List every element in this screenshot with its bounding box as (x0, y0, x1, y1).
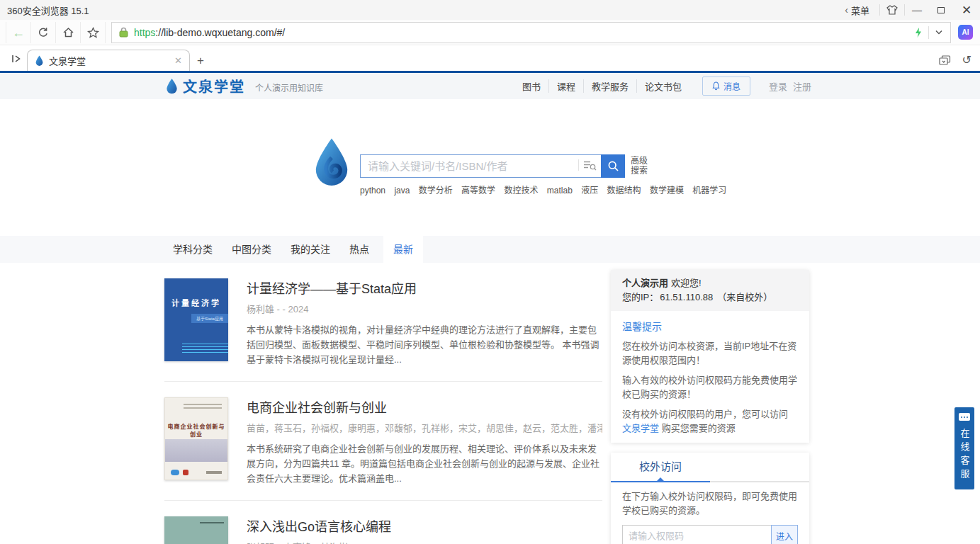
lock-icon (119, 27, 128, 38)
minimize-button[interactable]: — (905, 0, 929, 20)
book-description: 本书从蒙特卡洛模拟的视角，对计量经济学中经典的理论方法进行了直观解释，主要包括回… (247, 322, 602, 367)
home-button[interactable] (56, 22, 81, 43)
home-icon (62, 27, 74, 38)
keyword-link[interactable]: 数控技术 (504, 186, 538, 196)
keyword-link[interactable]: 高等数学 (461, 186, 495, 196)
star-icon (87, 27, 99, 38)
book-authors: 张朝明、李奕锋、甘海彬 - - 2024 (247, 540, 602, 544)
keyword-link[interactable]: 机器学习 (692, 186, 726, 196)
site-tagline: 个人演示用知识库 (255, 81, 323, 94)
browser-tab[interactable]: 文泉学堂 ✕ (27, 50, 190, 71)
theme-skin-button[interactable] (880, 0, 904, 20)
site-header: 文泉学堂 个人演示用知识库 图书 课程 教学服务 论文书包 消息 登录注册 (0, 73, 980, 99)
main-logo-icon (310, 137, 354, 189)
tab-subject-category[interactable]: 学科分类 (168, 236, 218, 263)
browser-toolbar: ← https://lib-demo.wqxuetang.com/#/ AI (0, 20, 980, 45)
tab-title: 文泉学堂 (49, 54, 169, 67)
nav-teaching-services[interactable]: 教学服务 (583, 79, 636, 93)
wqxuetang-link[interactable]: 文泉学堂 (622, 423, 659, 434)
off-campus-access-card: 校外访问 在下方输入校外访问权限码，即可免费使用学校已购买的资源。 进入 (611, 453, 809, 544)
main-content: 计量经济学 基于Stata应用 计量经济学——基于Stata应用 杨利雄 - -… (0, 263, 980, 544)
messages-button[interactable]: 消息 (702, 76, 750, 96)
maximize-icon (937, 7, 945, 13)
window-controls: ‹菜单 — ✕ (835, 0, 980, 20)
site-logo[interactable]: 文泉学堂 个人演示用知识库 (165, 76, 323, 96)
book-cover[interactable]: 电商企业社会创新与创业 (164, 397, 228, 480)
bookmark-button[interactable] (81, 22, 106, 43)
close-window-button[interactable]: ✕ (953, 0, 980, 20)
back-button[interactable]: ← (6, 22, 31, 43)
logo-drop-icon (165, 78, 179, 95)
keyword-link[interactable]: java (394, 186, 410, 196)
url-text: https://lib-demo.wqxuetang.com/#/ (134, 27, 285, 38)
tips-section: 温馨提示 您在校外访问本校资源，当前IP地址不在资源使用权限范围内！ 输入有效的… (611, 311, 809, 443)
account-name: 个人演示用 (622, 278, 668, 288)
tips-title: 温馨提示 (622, 319, 798, 334)
nav-books[interactable]: 图书 (514, 79, 548, 93)
welcome-section: 个人演示用欢迎您! 您的IP：61.51.110.88（来自校外） (611, 270, 809, 311)
nav-paper-bag[interactable]: 论文书包 (636, 79, 689, 93)
keyword-link[interactable]: 液压 (581, 186, 598, 196)
access-code-input[interactable] (622, 525, 772, 544)
hot-keywords: python java 数学分析 高等数学 数控技术 matlab 液压 数据结… (360, 183, 733, 196)
search-input[interactable] (360, 154, 601, 178)
book-title[interactable]: 电商企业社会创新与创业 (247, 397, 602, 416)
ip-address: 61.51.110.88 (660, 292, 713, 302)
tab-clc-category[interactable]: 中图分类 (227, 236, 276, 263)
site-name: 文泉学堂 (183, 76, 245, 96)
refresh-button[interactable] (31, 22, 56, 43)
book-item: 电商企业社会创新与创业 电商企业社会创新与创业 苗苗，蒋玉石，孙福权，康明惠，邓… (164, 382, 602, 501)
tab-hot[interactable]: 热点 (344, 236, 374, 263)
book-item: 深入浅出 Go语言核心编程 深入浅出Go语言核心编程 张朝明、李奕锋、甘海彬 -… (164, 501, 602, 544)
book-cover[interactable]: 深入浅出 Go语言核心编程 (164, 516, 228, 544)
ai-assistant-button[interactable]: AI (958, 25, 973, 40)
tab-latest[interactable]: 最新 (383, 236, 423, 263)
new-tab-button[interactable]: + (197, 54, 204, 68)
tab-close-icon[interactable]: ✕ (174, 55, 182, 66)
tab-my-follows[interactable]: 我的关注 (286, 236, 335, 263)
online-service-label: 在线客服 (958, 429, 971, 482)
book-title[interactable]: 深入浅出Go语言核心编程 (247, 516, 602, 535)
keyword-link[interactable]: 数据结构 (607, 186, 641, 196)
cloud-logo (171, 470, 179, 475)
book-authors: 杨利雄 - - 2024 (247, 302, 602, 315)
magnifier-icon (607, 160, 619, 172)
multi-window-icon[interactable] (939, 55, 951, 66)
book-item: 计量经济学 基于Stata应用 计量经济学——基于Stata应用 杨利雄 - -… (164, 263, 602, 382)
online-service-widget[interactable]: 在线客服 (954, 407, 974, 489)
book-authors: 苗苗，蒋玉石，孙福权，康明惠，邓馥郁，孔祥彬，宋艾，胡思佳，赵云，范太胜，潘津，… (247, 421, 602, 434)
welcome-card: 个人演示用欢迎您! 您的IP：61.51.110.88（来自校外） 温馨提示 您… (611, 270, 809, 443)
keyword-link[interactable]: python (360, 186, 385, 196)
restore-tab-icon[interactable]: ↺ (962, 55, 971, 66)
refresh-icon (38, 27, 49, 38)
access-enter-button[interactable]: 进入 (771, 525, 798, 544)
list-search-icon[interactable] (583, 160, 597, 171)
tshirt-icon (886, 5, 898, 15)
advanced-search-link[interactable]: 高级 搜索 (631, 154, 648, 178)
site-favicon (35, 55, 44, 67)
maximize-button[interactable] (929, 0, 953, 20)
keyword-link[interactable]: 数学建模 (650, 186, 684, 196)
sidebar-toggle-button[interactable] (6, 48, 27, 69)
address-bar[interactable]: https://lib-demo.wqxuetang.com/#/ (111, 22, 951, 43)
register-link[interactable]: 注册 (793, 81, 811, 92)
nav-courses[interactable]: 课程 (548, 79, 583, 93)
login-link[interactable]: 登录 (769, 81, 787, 92)
tab-off-campus-access[interactable]: 校外访问 (611, 453, 710, 482)
keyword-link[interactable]: 数学分析 (419, 186, 453, 196)
chevron-down-icon[interactable] (935, 30, 943, 35)
window-title: 360安全浏览器 15.1 (7, 4, 89, 17)
right-sidebar: 个人演示用欢迎您! 您的IP：61.51.110.88（来自校外） 温馨提示 您… (611, 270, 809, 544)
book-title[interactable]: 计量经济学——基于Stata应用 (247, 278, 602, 297)
search-button[interactable] (601, 154, 625, 178)
book-list: 计量经济学 基于Stata应用 计量经济学——基于Stata应用 杨利雄 - -… (164, 263, 602, 544)
keyword-link[interactable]: matlab (547, 186, 573, 196)
speed-bolt-icon[interactable] (914, 27, 923, 38)
book-cover[interactable]: 计量经济学 基于Stata应用 (164, 278, 228, 361)
sidebar-expand-icon (11, 55, 22, 63)
menu-button[interactable]: ‹菜单 (835, 4, 879, 17)
publisher-mark (206, 471, 222, 474)
search-section: 高级 搜索 python java 数学分析 高等数学 数控技术 matlab … (0, 99, 980, 236)
browser-tabrow: 文泉学堂 ✕ + ↺ (0, 45, 980, 71)
category-tabbar: 学科分类 中图分类 我的关注 热点 最新 (0, 236, 980, 263)
